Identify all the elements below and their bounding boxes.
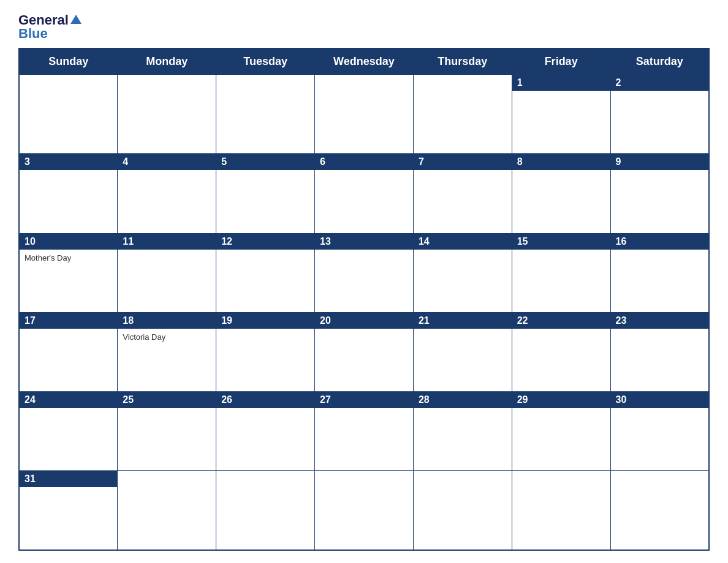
day-cell: 2 xyxy=(610,75,709,154)
logo: General Blue xyxy=(18,12,82,42)
day-number: 8 xyxy=(512,154,610,170)
day-number: 1 xyxy=(512,75,610,91)
day-number: 28 xyxy=(414,392,512,408)
day-cell: 14 xyxy=(413,233,512,312)
week-row-1: 3456789 xyxy=(19,154,709,233)
day-number: 21 xyxy=(414,313,512,329)
week-row-4: 24252627282930 xyxy=(19,392,709,471)
week-row-5: 31000000 xyxy=(19,471,709,550)
day-number: 14 xyxy=(414,234,512,250)
day-cell: 12 xyxy=(216,233,315,312)
day-cell: 4 xyxy=(118,154,216,233)
day-number: 3 xyxy=(20,154,117,170)
day-cell: 30 xyxy=(610,392,709,471)
day-number: 17 xyxy=(20,313,117,329)
logo-triangle-icon xyxy=(70,15,82,24)
day-cell: 23 xyxy=(610,312,709,391)
day-cell: 19 xyxy=(216,312,315,391)
week-row-2: 10Mother's Day111213141516 xyxy=(19,233,709,312)
day-cell: 0 xyxy=(413,75,512,154)
day-number: 12 xyxy=(216,234,314,250)
day-cell: 27 xyxy=(315,392,414,471)
day-cell: 0 xyxy=(610,471,709,550)
day-number: 27 xyxy=(315,392,413,408)
day-number: 19 xyxy=(216,313,314,329)
day-cell: 15 xyxy=(512,233,610,312)
day-cell: 22 xyxy=(512,312,610,391)
day-cell: 26 xyxy=(216,392,315,471)
week-row-3: 1718Victoria Day1920212223 xyxy=(19,312,709,391)
day-cell: 9 xyxy=(610,154,709,233)
day-cell: 31 xyxy=(19,471,118,550)
day-cell: 24 xyxy=(19,392,118,471)
day-number: 5 xyxy=(216,154,314,170)
weekday-tuesday: Tuesday xyxy=(216,48,315,75)
day-cell: 17 xyxy=(19,312,118,391)
day-number: 13 xyxy=(315,234,413,250)
weekday-saturday: Saturday xyxy=(610,48,709,75)
day-number: 22 xyxy=(512,313,610,329)
day-number: 7 xyxy=(414,154,512,170)
day-number: 30 xyxy=(611,392,708,408)
day-cell: 10Mother's Day xyxy=(19,233,118,312)
day-number: 6 xyxy=(315,154,413,170)
logo-blue-text: Blue xyxy=(18,26,48,42)
day-cell: 29 xyxy=(512,392,610,471)
weekday-thursday: Thursday xyxy=(413,48,512,75)
day-cell: 0 xyxy=(216,75,315,154)
day-number: 24 xyxy=(20,392,117,408)
weekday-monday: Monday xyxy=(118,48,216,75)
day-number: 2 xyxy=(611,75,708,91)
day-cell: 0 xyxy=(315,471,414,550)
day-number: 11 xyxy=(118,234,216,250)
day-cell: 28 xyxy=(413,392,512,471)
day-number: 20 xyxy=(315,313,413,329)
day-cell: 0 xyxy=(315,75,414,154)
day-number: 18 xyxy=(118,313,216,329)
holiday-label: Victoria Day xyxy=(118,330,216,344)
day-cell: 0 xyxy=(118,471,216,550)
day-number: 10 xyxy=(20,234,117,250)
weekday-header-row: SundayMondayTuesdayWednesdayThursdayFrid… xyxy=(19,48,709,75)
day-cell: 25 xyxy=(118,392,216,471)
day-cell: 20 xyxy=(315,312,414,391)
page-header: General Blue xyxy=(18,12,710,42)
day-cell: 1 xyxy=(512,75,610,154)
day-cell: 8 xyxy=(512,154,610,233)
weekday-wednesday: Wednesday xyxy=(315,48,414,75)
day-cell: 21 xyxy=(413,312,512,391)
day-number: 16 xyxy=(611,234,708,250)
day-cell: 3 xyxy=(19,154,118,233)
day-cell: 0 xyxy=(216,471,315,550)
day-cell: 18Victoria Day xyxy=(118,312,216,391)
day-number: 9 xyxy=(611,154,708,170)
day-number: 4 xyxy=(118,154,216,170)
day-cell: 5 xyxy=(216,154,315,233)
holiday-label: Mother's Day xyxy=(20,251,117,265)
weekday-friday: Friday xyxy=(512,48,610,75)
day-cell: 6 xyxy=(315,154,414,233)
day-number: 29 xyxy=(512,392,610,408)
day-number: 31 xyxy=(20,471,117,487)
day-number: 26 xyxy=(216,392,314,408)
day-number: 23 xyxy=(611,313,708,329)
weekday-sunday: Sunday xyxy=(19,48,118,75)
day-number: 25 xyxy=(118,392,216,408)
day-cell: 13 xyxy=(315,233,414,312)
day-cell: 0 xyxy=(512,471,610,550)
day-cell: 7 xyxy=(413,154,512,233)
day-cell: 0 xyxy=(118,75,216,154)
week-row-0: 0000012 xyxy=(19,75,709,154)
day-cell: 0 xyxy=(19,75,118,154)
day-cell: 0 xyxy=(413,471,512,550)
day-cell: 16 xyxy=(610,233,709,312)
calendar-table: SundayMondayTuesdayWednesdayThursdayFrid… xyxy=(18,48,710,551)
day-number: 15 xyxy=(512,234,610,250)
day-cell: 11 xyxy=(118,233,216,312)
